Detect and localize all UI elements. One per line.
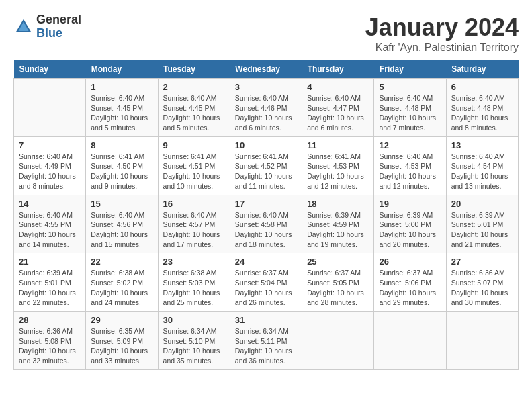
day-info: Sunrise: 6:37 AM Sunset: 5:06 PM Dayligh… [379,268,441,308]
day-number: 6 [451,82,513,92]
day-info: Sunrise: 6:40 AM Sunset: 4:45 PM Dayligh… [163,93,225,133]
calendar-day-cell: 31Sunrise: 6:34 AM Sunset: 5:11 PM Dayli… [230,312,302,370]
day-info: Sunrise: 6:40 AM Sunset: 4:48 PM Dayligh… [379,93,441,133]
calendar-header-row: SundayMondayTuesdayWednesdayThursdayFrid… [14,60,519,79]
day-number: 3 [235,82,297,92]
day-info: Sunrise: 6:40 AM Sunset: 4:55 PM Dayligh… [19,210,81,250]
day-info: Sunrise: 6:36 AM Sunset: 5:08 PM Dayligh… [19,326,81,366]
calendar-day-cell: 30Sunrise: 6:34 AM Sunset: 5:10 PM Dayli… [158,312,230,370]
calendar-week-row: 14Sunrise: 6:40 AM Sunset: 4:55 PM Dayli… [14,195,519,253]
day-info: Sunrise: 6:35 AM Sunset: 5:09 PM Dayligh… [91,326,152,366]
calendar-day-cell: 10Sunrise: 6:41 AM Sunset: 4:52 PM Dayli… [230,136,302,195]
calendar-day-cell: 6Sunrise: 6:40 AM Sunset: 4:48 PM Daylig… [446,79,518,137]
calendar-day-cell: 27Sunrise: 6:36 AM Sunset: 5:07 PM Dayli… [446,253,518,312]
calendar-day-cell: 12Sunrise: 6:40 AM Sunset: 4:53 PM Dayli… [374,136,446,195]
weekday-header: Saturday [446,60,518,79]
day-number: 11 [307,140,369,150]
calendar-table: SundayMondayTuesdayWednesdayThursdayFrid… [13,60,519,370]
day-info: Sunrise: 6:40 AM Sunset: 4:57 PM Dayligh… [163,210,225,250]
day-info: Sunrise: 6:41 AM Sunset: 4:51 PM Dayligh… [163,152,225,191]
calendar-week-row: 21Sunrise: 6:39 AM Sunset: 5:01 PM Dayli… [14,253,519,312]
day-info: Sunrise: 6:34 AM Sunset: 5:10 PM Dayligh… [163,326,225,366]
day-number: 29 [91,315,152,325]
weekday-header: Monday [86,60,158,79]
calendar-week-row: 1Sunrise: 6:40 AM Sunset: 4:45 PM Daylig… [14,79,519,137]
day-number: 23 [163,257,225,267]
day-info: Sunrise: 6:40 AM Sunset: 4:53 PM Dayligh… [379,152,441,191]
calendar-day-cell: 21Sunrise: 6:39 AM Sunset: 5:01 PM Dayli… [14,253,86,312]
calendar-day-cell: 16Sunrise: 6:40 AM Sunset: 4:57 PM Dayli… [158,195,230,253]
day-info: Sunrise: 6:40 AM Sunset: 4:54 PM Dayligh… [451,152,513,191]
day-info: Sunrise: 6:39 AM Sunset: 5:01 PM Dayligh… [19,268,81,308]
day-number: 17 [235,199,297,209]
day-info: Sunrise: 6:37 AM Sunset: 5:05 PM Dayligh… [307,268,369,308]
calendar-day-cell: 15Sunrise: 6:40 AM Sunset: 4:56 PM Dayli… [86,195,158,253]
day-info: Sunrise: 6:40 AM Sunset: 4:48 PM Dayligh… [451,93,513,133]
calendar-day-cell: 24Sunrise: 6:37 AM Sunset: 5:04 PM Dayli… [230,253,302,312]
day-info: Sunrise: 6:34 AM Sunset: 5:11 PM Dayligh… [235,326,297,366]
day-number: 2 [163,82,225,92]
calendar-day-cell: 8Sunrise: 6:41 AM Sunset: 4:50 PM Daylig… [86,136,158,195]
day-info: Sunrise: 6:40 AM Sunset: 4:49 PM Dayligh… [19,152,81,191]
day-number: 8 [91,140,152,150]
calendar-day-cell: 26Sunrise: 6:37 AM Sunset: 5:06 PM Dayli… [374,253,446,312]
day-info: Sunrise: 6:38 AM Sunset: 5:02 PM Dayligh… [91,268,152,308]
weekday-header: Wednesday [230,60,302,79]
calendar-day-cell: 18Sunrise: 6:39 AM Sunset: 4:59 PM Dayli… [302,195,374,253]
day-number: 30 [163,315,225,325]
day-number: 28 [19,315,81,325]
day-number: 14 [19,199,81,209]
day-info: Sunrise: 6:41 AM Sunset: 4:52 PM Dayligh… [235,152,297,191]
day-number: 27 [451,257,513,267]
weekday-header: Tuesday [158,60,230,79]
calendar-day-cell: 11Sunrise: 6:41 AM Sunset: 4:53 PM Dayli… [302,136,374,195]
day-number: 15 [91,199,152,209]
calendar-day-cell: 14Sunrise: 6:40 AM Sunset: 4:55 PM Dayli… [14,195,86,253]
calendar-day-cell: 1Sunrise: 6:40 AM Sunset: 4:45 PM Daylig… [86,79,158,137]
logo: General Blue [13,13,81,40]
calendar-day-cell: 5Sunrise: 6:40 AM Sunset: 4:48 PM Daylig… [374,79,446,137]
day-number: 9 [163,140,225,150]
calendar-day-cell: 20Sunrise: 6:39 AM Sunset: 5:01 PM Dayli… [446,195,518,253]
day-info: Sunrise: 6:39 AM Sunset: 5:01 PM Dayligh… [451,210,513,250]
calendar-day-cell [14,79,86,137]
day-info: Sunrise: 6:40 AM Sunset: 4:45 PM Dayligh… [91,93,152,133]
logo-blue: Blue [36,27,81,40]
calendar-day-cell [446,312,518,370]
day-info: Sunrise: 6:38 AM Sunset: 5:03 PM Dayligh… [163,268,225,308]
day-number: 13 [451,140,513,150]
calendar-day-cell: 2Sunrise: 6:40 AM Sunset: 4:45 PM Daylig… [158,79,230,137]
day-number: 26 [379,257,441,267]
day-info: Sunrise: 6:41 AM Sunset: 4:53 PM Dayligh… [307,152,369,191]
calendar-week-row: 28Sunrise: 6:36 AM Sunset: 5:08 PM Dayli… [14,312,519,370]
day-number: 12 [379,140,441,150]
day-info: Sunrise: 6:40 AM Sunset: 4:47 PM Dayligh… [307,93,369,133]
calendar-day-cell [302,312,374,370]
day-number: 21 [19,257,81,267]
calendar-day-cell: 19Sunrise: 6:39 AM Sunset: 5:00 PM Dayli… [374,195,446,253]
logo-general: General [36,13,81,27]
day-number: 5 [379,82,441,92]
day-number: 22 [91,257,152,267]
day-number: 31 [235,315,297,325]
day-number: 1 [91,82,152,92]
calendar-day-cell: 4Sunrise: 6:40 AM Sunset: 4:47 PM Daylig… [302,79,374,137]
logo-text: General Blue [36,13,81,40]
page-header: General Blue January 2024 Kafr 'Ayn, Pal… [13,13,519,54]
day-number: 4 [307,82,369,92]
calendar-day-cell: 9Sunrise: 6:41 AM Sunset: 4:51 PM Daylig… [158,136,230,195]
day-info: Sunrise: 6:39 AM Sunset: 5:00 PM Dayligh… [379,210,441,250]
calendar-day-cell: 13Sunrise: 6:40 AM Sunset: 4:54 PM Dayli… [446,136,518,195]
calendar-day-cell: 22Sunrise: 6:38 AM Sunset: 5:02 PM Dayli… [86,253,158,312]
calendar-day-cell: 7Sunrise: 6:40 AM Sunset: 4:49 PM Daylig… [14,136,86,195]
weekday-header: Sunday [14,60,86,79]
calendar-day-cell: 29Sunrise: 6:35 AM Sunset: 5:09 PM Dayli… [86,312,158,370]
weekday-header: Friday [374,60,446,79]
day-number: 16 [163,199,225,209]
day-number: 19 [379,199,441,209]
day-info: Sunrise: 6:40 AM Sunset: 4:46 PM Dayligh… [235,93,297,133]
day-info: Sunrise: 6:40 AM Sunset: 4:56 PM Dayligh… [91,210,152,250]
day-info: Sunrise: 6:37 AM Sunset: 5:04 PM Dayligh… [235,268,297,308]
weekday-header: Thursday [302,60,374,79]
calendar-day-cell: 3Sunrise: 6:40 AM Sunset: 4:46 PM Daylig… [230,79,302,137]
